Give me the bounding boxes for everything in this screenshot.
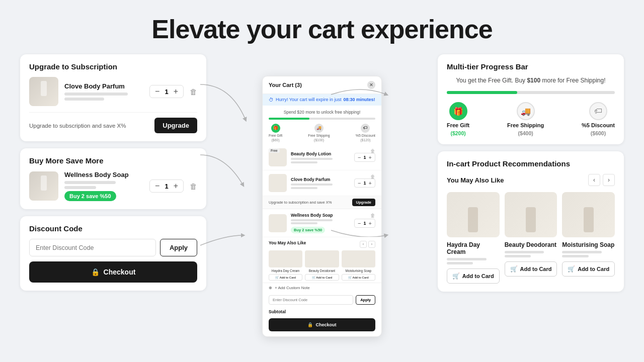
cart-timer-value: 08:30 minutes! <box>344 97 375 102</box>
rec-product-1-thumb <box>447 192 500 237</box>
subscription-qty-control[interactable]: − 1 + <box>149 85 184 98</box>
subscription-upgrade-button[interactable]: Upgrade <box>154 118 197 133</box>
rec-product-3: Moisturising Soap 🛒 Add to Card <box>562 192 615 284</box>
ci-bar <box>291 161 317 163</box>
ci-bar <box>291 219 333 221</box>
ymal-thumb-1 <box>269 250 302 267</box>
rec-add-btn-3[interactable]: 🛒 Add to Card <box>562 261 615 277</box>
cart-item-beauty-lotion-qty[interactable]: − 1 + <box>354 153 375 162</box>
recommendations-card: In-cart Product Recommendations You May … <box>438 151 624 292</box>
cart-item-beauty-lotion-name: Beauty Body Lotion <box>291 151 350 156</box>
rec-prev-button[interactable]: ‹ <box>588 174 600 186</box>
cart-discount-input[interactable] <box>269 295 353 305</box>
cart-checkout-button[interactable]: 🔒 Checkout <box>269 318 375 331</box>
cart-upgrade-button[interactable]: Upgrade <box>352 199 375 206</box>
checkout-button[interactable]: 🔒 Checkout <box>29 261 197 283</box>
pm-discount: 🏷 %5 Discount ($600) <box>582 102 615 136</box>
ymal-add-btn-2[interactable]: 🛒 Add to Card <box>305 274 339 281</box>
rec-bar <box>562 255 588 257</box>
cart-icon: 🛒 <box>568 265 575 273</box>
cart-qty-decrease[interactable]: − <box>358 154 361 160</box>
cart-custom-note[interactable]: ⊕ + Add Custom Note <box>263 283 381 293</box>
cart-item-clove-bars <box>291 184 350 189</box>
cart-item-delete-icon[interactable]: 🗑 <box>370 148 375 154</box>
cart-clove-delete-icon[interactable]: 🗑 <box>370 174 375 179</box>
cart-item-wellness-thumb <box>269 214 287 232</box>
cart-progress-text: Spend $20 more to unlock free shipping! <box>269 110 375 115</box>
pm-discount-label: %5 Discount <box>582 122 615 128</box>
ymal-next-button[interactable]: › <box>368 241 375 248</box>
rec-next-button[interactable]: › <box>603 174 615 186</box>
cart-item-beauty-lotion-bars <box>291 158 350 163</box>
progress-message-amount: $100 <box>527 77 540 84</box>
cart-clove-qty-increase[interactable]: + <box>369 180 372 186</box>
bar <box>64 93 128 96</box>
cart-close-button[interactable]: ✕ <box>367 81 375 89</box>
cart-wellness-delete-icon[interactable]: 🗑 <box>370 213 375 218</box>
timer-icon: ⏱ <box>269 97 274 103</box>
cart-wellness-qty-increase[interactable]: + <box>369 220 372 226</box>
rec-product-3-bars <box>562 251 615 257</box>
cart-ymal-nav: ‹ › <box>360 241 375 248</box>
rec-product-1-bars <box>447 258 500 264</box>
ymal-thumb-3 <box>342 250 375 267</box>
discount-section: Apply <box>29 239 197 256</box>
progress-bar-fill <box>447 91 517 94</box>
cart-wellness-qty[interactable]: − 1 + <box>354 219 375 228</box>
subscription-qty-increase[interactable]: + <box>174 87 178 96</box>
ymal-add-btn-1[interactable]: 🛒 Add to Card <box>269 274 302 281</box>
milestone-free-gift-label: Free Gift <box>269 134 282 137</box>
cart-subtotal: Subtotal <box>263 307 381 316</box>
cart-item-clove-qty[interactable]: − 1 + <box>354 178 375 188</box>
cart-item-wellness-name: Wellness Body Soap <box>291 213 350 218</box>
rec-bar <box>505 255 531 257</box>
cart-checkout-label: Checkout <box>315 322 336 327</box>
cart-mockup: Your Cart (3) ✕ ⏱ Hurry! Your cart will … <box>262 76 382 337</box>
rec-add-btn-2[interactable]: 🛒 Add to Card <box>505 261 557 277</box>
milestone-discount: 🏷 %5 Discount ($120) <box>356 124 375 142</box>
buy-more-card: Buy More Save More Wellness Body Soap Bu… <box>20 148 206 209</box>
discount-label: Discount Code <box>29 224 197 233</box>
subscription-qty-value: 1 <box>165 88 168 96</box>
cart-apply-button[interactable]: Apply <box>356 295 375 305</box>
progress-message-prefix: You get the Free Gift. Buy <box>456 77 527 84</box>
rec-nav: ‹ › <box>588 174 615 186</box>
progress-bar-card: Multi-tier Progress Bar You get the Free… <box>438 54 624 144</box>
buy-more-qty-control[interactable]: − 1 + <box>149 179 184 193</box>
buy-more-delete-icon[interactable]: 🗑 <box>190 182 197 191</box>
cart-clove-qty-decrease[interactable]: − <box>358 180 361 186</box>
right-column: Multi-tier Progress Bar You get the Free… <box>438 54 624 358</box>
cart-item-wellness-info: Wellness Body Soap Buy 2 save %50 <box>291 213 350 234</box>
pm-free-shipping-icon: 🚚 <box>517 102 535 120</box>
cart-icon: 🛒 <box>510 265 518 273</box>
cart-header: Your Cart (3) ✕ <box>263 76 381 94</box>
cart-qty-increase[interactable]: + <box>369 154 372 160</box>
cart-lock-icon: 🔒 <box>307 322 313 327</box>
page-title: Elevate your cart experience <box>0 0 644 54</box>
progress-bar-track <box>447 91 615 94</box>
rec-add-btn-3-label: Add to Card <box>578 266 609 272</box>
cart-item-beauty-lotion: Free Beauty Body Lotion − 1 + 🗑 <box>263 145 381 170</box>
subscription-qty-decrease[interactable]: − <box>155 87 159 96</box>
buy-more-product-bars <box>64 181 143 189</box>
ymal-add-btn-3[interactable]: 🛒 Add to Card <box>342 274 375 281</box>
buy-more-qty-increase[interactable]: + <box>174 182 178 190</box>
subscription-upgrade-row: Upgrade to subscription and save X% Upgr… <box>29 112 197 133</box>
milestone-free-shipping: 🚚 Free Shipping ($100) <box>308 124 330 142</box>
rec-add-btn-1[interactable]: 🛒 Add to Card <box>447 268 500 284</box>
cart-progress-track <box>269 118 375 120</box>
discount-card: Discount Code Apply 🔒 Checkout <box>20 216 206 291</box>
discount-input[interactable] <box>29 239 156 256</box>
subscription-delete-icon[interactable]: 🗑 <box>190 87 197 96</box>
buy-more-product-row: Wellness Body Soap Buy 2 save %50 − 1 + … <box>29 171 197 201</box>
milestone-discount-dot: 🏷 <box>361 124 370 133</box>
ymal-prev-button[interactable]: ‹ <box>360 241 367 248</box>
cart-wellness-qty-decrease[interactable]: − <box>358 220 361 226</box>
buy-more-product-name: Wellness Body Soap <box>64 171 143 178</box>
apply-button[interactable]: Apply <box>160 239 197 256</box>
ci-bar <box>291 222 317 224</box>
buy-more-qty-decrease[interactable]: − <box>155 182 159 190</box>
subscription-product-thumb <box>29 77 58 106</box>
cart-ymal-products: Haydra Day Cream 🛒 Add to Card Beauty De… <box>269 250 375 281</box>
ymal-name-1: Haydra Day Cream <box>269 269 302 273</box>
